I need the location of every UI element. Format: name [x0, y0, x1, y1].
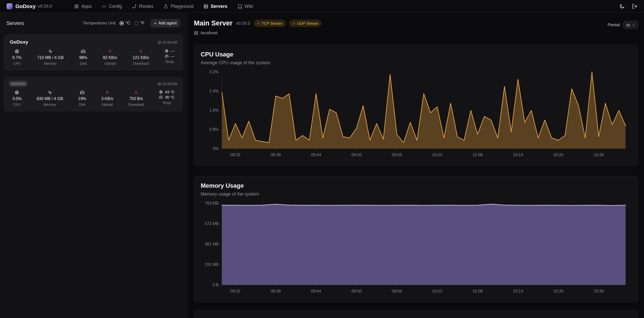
- moon-icon[interactable]: [619, 4, 625, 9]
- nav-item-apps[interactable]: Apps: [74, 4, 92, 9]
- cpu-value: 0.7%: [12, 55, 21, 60]
- temperature-unit-label: Temperature Unit: [83, 21, 115, 26]
- svg-text:2.4%: 2.4%: [210, 89, 219, 93]
- nav-item-label: Playground: [170, 4, 193, 9]
- disk-value: 19%: [78, 97, 86, 101]
- stat-cpu: 3.0% CPU: [12, 90, 21, 107]
- radio-circle-icon: [134, 21, 138, 25]
- download-value: 121 KB/s: [133, 55, 149, 60]
- server-name-redacted: [10, 82, 26, 86]
- nav-item-label: Config: [109, 4, 122, 9]
- flask-icon: [163, 4, 168, 9]
- memory-label: Memory: [44, 61, 57, 66]
- svg-text:09:32: 09:32: [230, 289, 240, 293]
- nav-item-routes[interactable]: Routes: [132, 4, 153, 9]
- download-arrow-icon: [139, 49, 143, 53]
- upload-arrow-icon: [108, 49, 112, 53]
- cpu-chart-subtitle: Average CPU usage of the system: [201, 60, 631, 66]
- nav-item-label: Servers: [211, 4, 227, 9]
- cpu-icon: [14, 49, 19, 54]
- cpu-label: CPU: [13, 61, 21, 66]
- period-label: Period: [607, 22, 620, 27]
- server-card[interactable]: @ 20:00:09 3.0% CPU 630 MB / 4 GB Memory…: [4, 77, 183, 111]
- grid-icon: [74, 4, 79, 9]
- stat-disk: 98% Disk: [79, 49, 87, 66]
- upload-label: Upload: [102, 103, 113, 107]
- svg-text:10:26: 10:26: [594, 153, 604, 157]
- cpu-temp-value: 43 °C: [165, 90, 174, 94]
- host-name: localhost: [201, 30, 218, 36]
- radio-celsius[interactable]: °C: [120, 21, 130, 26]
- partial-next-card: [194, 310, 638, 318]
- nav-menu: Apps Config Routes Playground Servers Wi…: [74, 4, 253, 9]
- cpu-usage-chart: 0%0.8%1.6%2.4%3.2%09:3209:3809:4409:5009…: [201, 69, 631, 160]
- route-icon: [132, 4, 137, 9]
- svg-text:09:56: 09:56: [392, 289, 402, 293]
- period-value: 1h: [626, 23, 630, 27]
- svg-text:10:26: 10:26: [594, 289, 604, 293]
- main-panel: Main Server v0.26.0 ✓ TCP Stream ✓ UDP S…: [187, 13, 644, 318]
- cpu-usage-card: CPU Usage Average CPU usage of the syste…: [194, 45, 638, 166]
- cpu-chart-title: CPU Usage: [201, 51, 631, 58]
- tcp-stream-badge: ✓ TCP Stream: [254, 20, 286, 27]
- disk-label: Disk: [79, 103, 85, 107]
- server-stats: 3.0% CPU 630 MB / 4 GB Memory 19% Disk 3…: [10, 90, 177, 107]
- memory-value: 630 MB / 4 GB: [37, 97, 63, 101]
- svg-text:10:20: 10:20: [553, 289, 563, 293]
- disk-label: Disk: [80, 61, 87, 66]
- check-icon: ✓: [292, 21, 296, 25]
- disk-temp-value: —: [171, 54, 174, 58]
- svg-text:10:02: 10:02: [432, 289, 442, 293]
- stat-download: 750 B/s Download: [128, 90, 144, 107]
- temp-label: Temp: [162, 101, 171, 105]
- chevron-updown-icon: [632, 23, 635, 27]
- disk-icon: [81, 49, 86, 54]
- svg-text:0 B: 0 B: [213, 283, 219, 287]
- nav-item-label: Routes: [139, 4, 153, 9]
- server-timestamp: @ 20:00:09: [157, 40, 177, 44]
- svg-text:10:14: 10:14: [513, 153, 523, 157]
- nav-item-config[interactable]: Config: [102, 4, 122, 9]
- period-select[interactable]: 1h: [623, 21, 638, 29]
- temperature-unit-group: Temperature Unit °C °F + Add agent: [83, 19, 180, 27]
- stat-disk: 19% Disk: [78, 90, 86, 107]
- sidebar: Servers Temperature Unit °C °F + Add age…: [0, 13, 187, 318]
- svg-text:10:08: 10:08: [473, 153, 483, 157]
- page-title: Main Server: [194, 19, 232, 27]
- upload-label: Upload: [104, 61, 115, 66]
- radio-circle-icon: [120, 21, 124, 25]
- code-icon: [102, 4, 106, 9]
- activity-icon: [48, 49, 53, 54]
- cpu-label: CPU: [13, 103, 21, 107]
- host-row: localhost: [194, 30, 321, 36]
- memory-usage-chart: 0 B191 MB381 MB572 MB763 MB09:3209:3809:…: [201, 200, 631, 296]
- server-card[interactable]: GoDoxy @ 20:00:09 0.7% CPU 710 MB / 4 GB…: [4, 35, 183, 70]
- disk-icon: [165, 54, 169, 58]
- svg-text:191 MB: 191 MB: [205, 262, 219, 267]
- sidebar-title: Servers: [7, 20, 24, 26]
- disk-value: 98%: [79, 55, 87, 60]
- svg-text:10:08: 10:08: [473, 289, 483, 293]
- app-name: GoDoxy: [15, 3, 36, 9]
- nav-item-playground[interactable]: Playground: [163, 4, 193, 9]
- logout-icon[interactable]: [632, 4, 637, 9]
- cpu-temp-value: —: [171, 49, 174, 53]
- add-agent-button[interactable]: + Add agent: [150, 19, 180, 27]
- nav-item-label: Wiki: [245, 4, 253, 9]
- server-name: GoDoxy: [10, 39, 28, 45]
- svg-text:09:32: 09:32: [230, 153, 240, 157]
- app-logo-icon: [7, 3, 13, 9]
- nav-item-servers[interactable]: Servers: [203, 4, 227, 9]
- server-stats: 0.7% CPU 710 MB / 4 GB Memory 98% Disk 8…: [10, 49, 177, 66]
- stat-temp: 43 °C 36 °C Temp: [159, 90, 174, 105]
- svg-text:09:56: 09:56: [392, 153, 402, 157]
- stat-cpu: 0.7% CPU: [12, 49, 21, 66]
- radio-fahrenheit-label: °F: [140, 21, 144, 26]
- check-icon: ✓: [257, 21, 260, 25]
- stat-memory: 710 MB / 4 GB Memory: [37, 49, 64, 66]
- svg-text:09:50: 09:50: [352, 289, 362, 293]
- book-icon: [238, 4, 242, 9]
- nav-item-wiki[interactable]: Wiki: [238, 4, 253, 9]
- radio-fahrenheit[interactable]: °F: [134, 21, 144, 26]
- cpu-icon: [14, 90, 19, 95]
